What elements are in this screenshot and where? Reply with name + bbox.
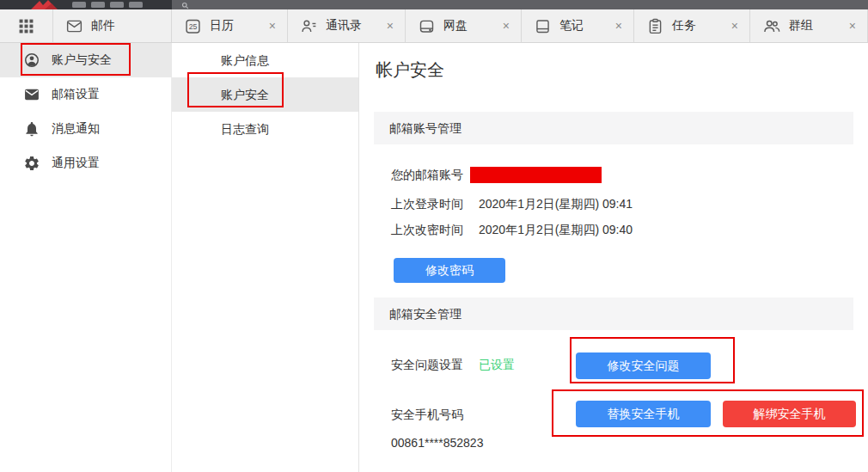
- tab-close-icon[interactable]: ×: [849, 20, 856, 32]
- tab-mail[interactable]: 邮件: [53, 9, 172, 42]
- tab-close-icon[interactable]: ×: [387, 20, 394, 32]
- security-phone-label: 安全手机号码: [391, 406, 463, 423]
- group-icon: [762, 16, 781, 35]
- search-input[interactable]: [172, 0, 868, 9]
- module-tab-bar: 邮件 25 日历 × 通讯录 × 网盘 ×: [0, 9, 868, 43]
- security-question-label: 安全问题设置: [391, 356, 463, 373]
- tab-drive[interactable]: 网盘 ×: [406, 9, 522, 42]
- submenu-item-account-info[interactable]: 账户信息: [172, 43, 358, 77]
- section-header-account-management: 邮箱账号管理: [374, 112, 853, 144]
- mail-icon: [65, 17, 83, 35]
- sidebar-item-label: 邮箱设置: [52, 87, 100, 102]
- security-submenu: 账户信息 账户安全 日志查询: [172, 43, 359, 472]
- page-title: 帐户安全: [376, 58, 444, 82]
- tab-label: 网盘: [443, 18, 468, 34]
- submenu-item-log-query[interactable]: 日志查询: [172, 112, 358, 146]
- svg-text:25: 25: [189, 22, 198, 31]
- tab-label: 通讯录: [326, 18, 362, 34]
- last-login-label: 上次登录时间: [391, 195, 463, 212]
- sidebar-item-label: 账户与安全: [52, 52, 112, 68]
- gear-icon: [23, 155, 40, 172]
- submenu-item-account-security[interactable]: 账户安全: [172, 77, 358, 112]
- top-app-bar: [0, 0, 868, 9]
- sidebar-item-notifications[interactable]: 消息通知: [0, 112, 172, 146]
- calendar-icon: 25: [184, 17, 202, 35]
- change-security-question-button[interactable]: 修改安全问题: [576, 352, 711, 379]
- settings-sidebar: 账户与安全 邮箱设置 消息通知 通用设置: [0, 43, 172, 472]
- account-icon: [23, 52, 40, 69]
- tab-close-icon[interactable]: ×: [615, 20, 622, 32]
- tab-notes[interactable]: 笔记 ×: [522, 9, 634, 42]
- contacts-icon: [300, 17, 318, 35]
- sidebar-item-label: 消息通知: [52, 121, 100, 137]
- sidebar-item-account-security[interactable]: 账户与安全: [0, 43, 172, 77]
- change-password-button[interactable]: 修改密码: [394, 258, 505, 283]
- brand-logo-icon: [31, 0, 160, 9]
- tab-label: 任务: [672, 18, 696, 34]
- drive-icon: [418, 17, 436, 35]
- envelope-icon: [23, 86, 40, 103]
- section-header-security-management: 邮箱安全管理: [374, 297, 853, 330]
- tab-label: 笔记: [559, 18, 584, 34]
- sidebar-item-label: 通用设置: [52, 156, 100, 171]
- tab-close-icon[interactable]: ×: [269, 20, 276, 32]
- note-icon: [534, 17, 552, 35]
- sidebar-item-mail-settings[interactable]: 邮箱设置: [0, 77, 172, 112]
- tab-contacts[interactable]: 通讯录 ×: [288, 9, 406, 42]
- apps-grid-icon: [18, 18, 34, 34]
- sidebar-item-general-settings[interactable]: 通用设置: [0, 146, 172, 181]
- email-address-redaction-bar: [470, 167, 602, 183]
- account-security-panel: 帐户安全 邮箱账号管理 您的邮箱账号 上次登录时间 2020年1月2日(星期四)…: [359, 43, 868, 472]
- replace-security-phone-button[interactable]: 替换安全手机: [576, 401, 711, 427]
- email-account-label: 您的邮箱账号: [391, 166, 463, 183]
- security-question-status: 已设置: [479, 356, 515, 373]
- tab-groups[interactable]: 群组 ×: [750, 9, 868, 42]
- task-icon: [646, 17, 664, 35]
- tab-calendar[interactable]: 25 日历 ×: [172, 9, 288, 42]
- tab-label: 邮件: [91, 18, 115, 34]
- last-login-value: 2020年1月2日(星期四) 09:41: [479, 195, 633, 212]
- tab-label: 群组: [789, 18, 813, 34]
- security-phone-number: 00861****852823: [391, 434, 483, 451]
- last-password-change-label: 上次改密时间: [391, 221, 463, 238]
- search-icon: [181, 2, 189, 9]
- unbind-security-phone-button[interactable]: 解绑安全手机: [723, 401, 856, 427]
- last-password-change-value: 2020年1月2日(星期四) 09:40: [479, 221, 633, 238]
- tab-close-icon[interactable]: ×: [731, 20, 738, 32]
- apps-grid-button[interactable]: [0, 9, 53, 42]
- tab-tasks[interactable]: 任务 ×: [634, 9, 750, 42]
- tab-label: 日历: [210, 18, 234, 34]
- bell-icon: [23, 120, 40, 138]
- tab-close-icon[interactable]: ×: [503, 20, 510, 32]
